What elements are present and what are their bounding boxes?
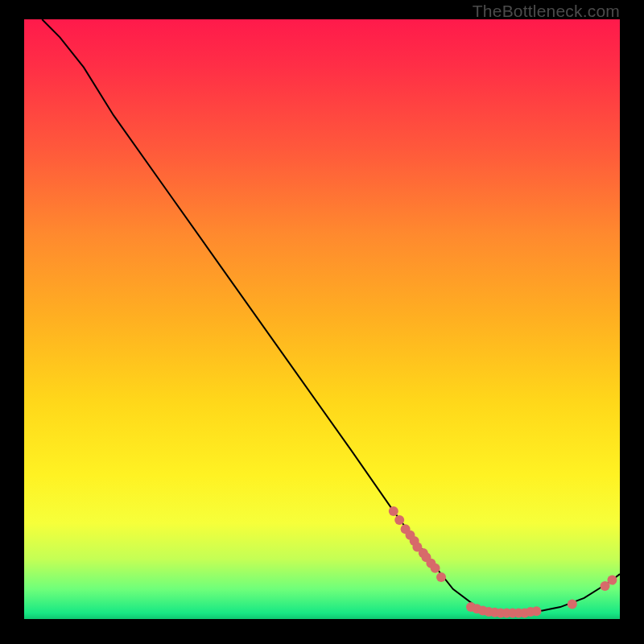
data-point bbox=[531, 606, 541, 616]
chart-svg bbox=[24, 19, 620, 619]
data-point bbox=[394, 515, 404, 525]
chart-stage: TheBottleneck.com bbox=[0, 0, 644, 644]
bottleneck-curve bbox=[42, 19, 620, 613]
data-point bbox=[568, 599, 577, 609]
data-point bbox=[607, 576, 617, 585]
data-point bbox=[389, 506, 398, 516]
data-points-group bbox=[389, 506, 617, 618]
data-point bbox=[431, 564, 440, 573]
data-point bbox=[436, 572, 446, 582]
watermark-text: TheBottleneck.com bbox=[473, 2, 620, 21]
chart-plot-area bbox=[24, 19, 620, 619]
